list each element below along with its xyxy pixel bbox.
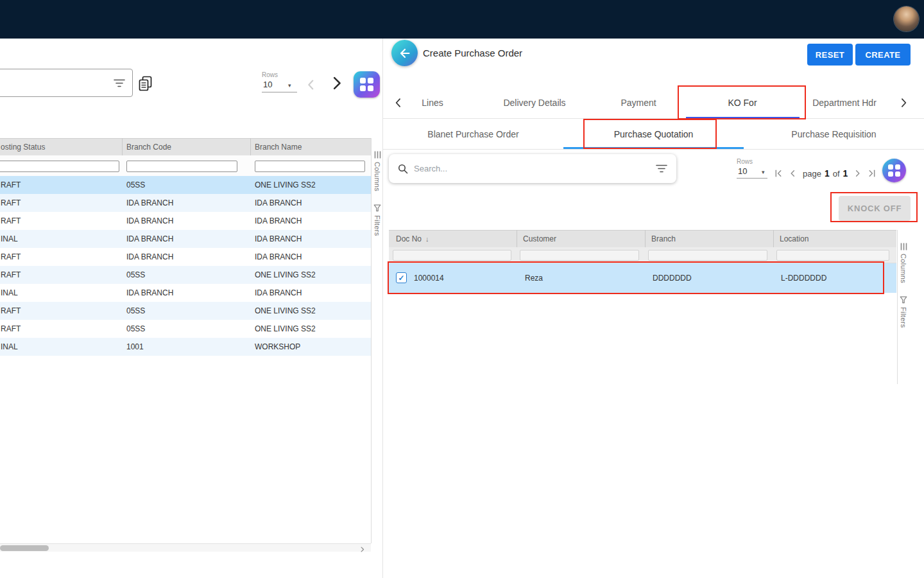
column-header-branch-code[interactable]: Branch Code — [126, 139, 171, 156]
create-button[interactable]: CREATE — [855, 44, 911, 66]
total-pages-number: 1 — [843, 168, 848, 179]
tabs-scroll-right-icon[interactable] — [897, 96, 910, 112]
top-navbar — [0, 0, 924, 39]
cell-branch: DDDDDDD — [653, 263, 692, 293]
cell-branch-name: IDA BRANCH — [255, 230, 302, 248]
funnel-icon — [900, 296, 907, 304]
filter-icon[interactable] — [114, 79, 125, 87]
quotation-search-box — [389, 154, 676, 183]
user-avatar[interactable] — [894, 6, 919, 31]
funnel-icon — [373, 204, 381, 212]
cell-branch-name: IDA BRANCH — [255, 194, 302, 212]
columns-label: Columns — [373, 162, 381, 191]
caret-down-icon[interactable]: ▾ — [288, 82, 291, 89]
columns-toggle[interactable]: Columns — [898, 243, 909, 283]
cell-customer: Reza — [525, 263, 543, 293]
first-page-button[interactable] — [774, 169, 783, 178]
knock-off-button[interactable]: KNOCK OFF — [839, 196, 911, 221]
table-row[interactable]: INAL 1001 WORKSHOP — [0, 338, 371, 356]
rows-per-page-label: Rows — [737, 158, 753, 165]
filters-toggle[interactable]: Filters — [372, 204, 382, 236]
cell-branch-name: ONE LIVING SS2 — [255, 320, 316, 338]
last-page-button[interactable] — [868, 169, 876, 178]
purchase-order-list-panel: Rows 10 ▾ osting Status Branch Code Bran… — [0, 39, 382, 578]
subtab-blanet-purchase-order[interactable]: Blanet Purchase Order — [383, 119, 563, 149]
horizontal-scrollbar[interactable] — [0, 543, 371, 552]
column-header-branch[interactable]: Branch — [651, 231, 676, 248]
next-page-button[interactable] — [328, 74, 345, 94]
filter-input-customer[interactable] — [520, 250, 639, 261]
page-title: Create Purchase Order — [423, 48, 522, 58]
app-root: Rows 10 ▾ osting Status Branch Code Bran… — [0, 0, 924, 578]
cell-branch-name: ONE LIVING SS2 — [255, 176, 316, 194]
reset-button[interactable]: RESET — [807, 44, 853, 66]
cell-posting-status: INAL — [1, 284, 18, 302]
rows-per-page-select[interactable]: 10 — [263, 80, 272, 89]
columns-toggle[interactable]: Columns — [372, 151, 382, 191]
table-row[interactable]: RAFT 05SS ONE LIVING SS2 — [0, 302, 371, 320]
list-table-body: RAFT 05SS ONE LIVING SS2 RAFT IDA BRANCH… — [0, 39, 382, 578]
tab-ko-for[interactable]: KO For — [728, 98, 757, 108]
arrow-left-icon — [398, 46, 412, 60]
rows-select-underline — [262, 92, 297, 92]
table-row[interactable]: RAFT IDA BRANCH IDA BRANCH — [0, 212, 371, 230]
grid-view-button[interactable] — [354, 71, 380, 98]
filter-input-posting-status[interactable] — [0, 161, 119, 172]
tab-payment[interactable]: Payment — [620, 98, 656, 108]
column-header-branch-name[interactable]: Branch Name — [255, 139, 302, 156]
table-row[interactable]: RAFT IDA BRANCH IDA BRANCH — [0, 248, 371, 266]
scroll-right-icon[interactable] — [359, 544, 366, 556]
prev-page-button[interactable] — [304, 78, 318, 94]
table-row[interactable]: INAL IDA BRANCH IDA BRANCH — [0, 284, 371, 302]
caret-down-icon[interactable]: ▾ — [762, 169, 765, 175]
table-row[interactable]: INAL IDA BRANCH IDA BRANCH — [0, 230, 371, 248]
copy-pages-icon[interactable] — [138, 76, 153, 92]
filter-input-branch-name[interactable] — [255, 161, 365, 172]
cell-branch-code: 05SS — [126, 176, 145, 194]
filter-input-doc-no[interactable] — [393, 250, 511, 261]
column-header-doc-no[interactable]: Doc No↓ — [396, 231, 429, 248]
filter-input-branch-code[interactable] — [126, 161, 237, 172]
table-side-strip: Columns Filters — [371, 138, 382, 543]
quotation-search-input[interactable] — [414, 164, 650, 173]
table-row[interactable]: RAFT IDA BRANCH IDA BRANCH — [0, 194, 371, 212]
scrollbar-thumb[interactable] — [0, 545, 49, 551]
prev-page-button[interactable] — [789, 169, 797, 178]
rows-per-page-select[interactable]: 10 — [738, 166, 747, 176]
cell-branch-name: IDA BRANCH — [255, 284, 302, 302]
cell-branch-name: ONE LIVING SS2 — [255, 266, 316, 284]
grid-view-button[interactable] — [882, 159, 906, 182]
filters-toggle[interactable]: Filters — [898, 296, 909, 328]
back-button[interactable] — [391, 40, 418, 66]
list-search-input[interactable] — [4, 73, 70, 93]
search-icon — [398, 164, 408, 174]
filter-input-location[interactable] — [776, 250, 889, 261]
table-row[interactable]: RAFT 05SS ONE LIVING SS2 — [0, 320, 371, 338]
tab-department-hdr[interactable]: Department Hdr — [812, 98, 877, 108]
column-header-customer[interactable]: Customer — [523, 231, 556, 248]
tabs-scroll-left-icon[interactable] — [392, 96, 405, 112]
list-search-box — [0, 69, 133, 97]
cell-posting-status: RAFT — [1, 212, 21, 230]
filter-icon[interactable] — [656, 164, 667, 173]
column-header-location[interactable]: Location — [780, 231, 809, 248]
cell-branch-name: ONE LIVING SS2 — [255, 302, 316, 320]
table-row[interactable]: RAFT 05SS ONE LIVING SS2 — [0, 176, 371, 194]
next-page-button[interactable] — [853, 169, 862, 178]
subtab-purchase-quotation[interactable]: Purchase Quotation — [563, 119, 744, 149]
row-checkbox[interactable]: ✓ — [396, 272, 407, 283]
tab-delivery-details[interactable]: Delivery Details — [503, 98, 565, 108]
table-row[interactable]: RAFT 05SS ONE LIVING SS2 — [0, 266, 371, 284]
quotation-row[interactable]: ✓ 1000014 Reza DDDDDDD L-DDDDDDD — [389, 263, 896, 293]
tab-lines[interactable]: Lines — [422, 98, 443, 108]
filter-input-branch[interactable] — [648, 250, 767, 261]
cell-branch-name: WORKSHOP — [255, 338, 300, 356]
doc-no-label: Doc No — [396, 234, 422, 243]
page-word: page — [803, 169, 821, 179]
column-header-posting-status[interactable]: osting Status — [1, 139, 45, 156]
subtab-purchase-requisition[interactable]: Purchase Requisition — [744, 119, 924, 149]
rows-select-underline — [737, 178, 767, 179]
sort-desc-icon[interactable]: ↓ — [425, 235, 429, 243]
cell-posting-status: RAFT — [1, 302, 21, 320]
grid-icon — [888, 164, 900, 177]
